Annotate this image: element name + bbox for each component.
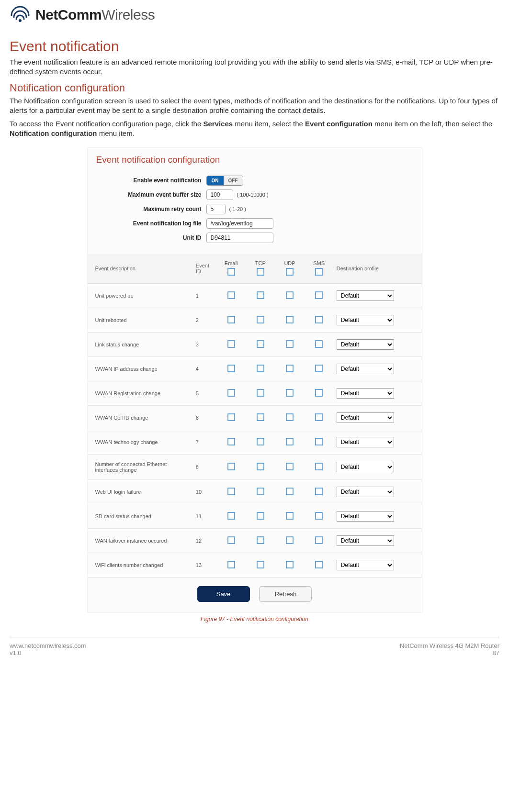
checkbox-sms[interactable] — [315, 365, 323, 372]
destination-select[interactable]: Default — [337, 535, 394, 546]
checkbox-udp[interactable] — [286, 316, 294, 323]
checkbox-udp[interactable] — [286, 561, 294, 568]
checkbox-tcp[interactable] — [257, 291, 264, 299]
destination-select[interactable]: Default — [337, 290, 394, 301]
event-desc: Web UI login failure — [88, 479, 193, 504]
bufsize-hint: ( 100-10000 ) — [237, 192, 269, 198]
checkbox-email[interactable] — [227, 413, 235, 421]
checkbox-tcp[interactable] — [257, 365, 264, 372]
footer-right: NetComm Wireless 4G M2M Router 87 — [400, 642, 499, 656]
save-button[interactable]: Save — [197, 586, 250, 602]
checkbox-udp[interactable] — [286, 463, 294, 470]
access-text: menu item on the left, then select the — [373, 120, 492, 128]
footer-page: 87 — [400, 649, 499, 656]
checkbox-udp[interactable] — [286, 291, 294, 299]
event-id: 1 — [193, 283, 216, 308]
checkbox-email[interactable] — [227, 463, 235, 470]
checkbox-sms[interactable] — [315, 413, 323, 421]
checkbox-udp[interactable] — [286, 340, 294, 348]
bufsize-label: Maximum event buffer size — [96, 191, 206, 198]
checkbox-email[interactable] — [227, 512, 235, 520]
checkbox-sms[interactable] — [315, 438, 323, 445]
retry-input[interactable] — [206, 204, 226, 214]
checkbox-sms[interactable] — [315, 316, 323, 323]
checkbox-udp[interactable] — [286, 365, 294, 372]
checkbox-tcp[interactable] — [257, 413, 264, 421]
unitid-input[interactable] — [206, 233, 273, 243]
checkbox-tcp[interactable] — [257, 512, 264, 520]
destination-select[interactable]: Default — [337, 462, 394, 472]
checkbox-all-udp[interactable] — [286, 268, 294, 276]
toggle-off: OFF — [224, 176, 243, 185]
checkbox-tcp[interactable] — [257, 316, 264, 323]
checkbox-tcp[interactable] — [257, 389, 264, 397]
checkbox-email[interactable] — [227, 438, 235, 445]
destination-select[interactable]: Default — [337, 511, 394, 522]
table-row: Link status change3Default — [88, 332, 422, 356]
checkbox-sms[interactable] — [315, 291, 323, 299]
destination-select[interactable]: Default — [337, 364, 394, 374]
checkbox-udp[interactable] — [286, 438, 294, 445]
form-block: Enable event notification ON OFF Maximum… — [88, 170, 422, 254]
logfile-input[interactable] — [206, 218, 273, 229]
destination-select[interactable]: Default — [337, 412, 394, 423]
checkbox-sms[interactable] — [315, 488, 323, 495]
destination-select[interactable]: Default — [337, 339, 394, 350]
checkbox-udp[interactable] — [286, 536, 294, 544]
row-enable: Enable event notification ON OFF — [96, 176, 413, 186]
checkbox-sms[interactable] — [315, 389, 323, 397]
checkbox-email[interactable] — [227, 536, 235, 544]
unitid-label: Unit ID — [96, 234, 206, 241]
event-desc: WWAN Cell ID change — [88, 405, 193, 430]
events-table: Event description Event ID Email TCP UDP… — [88, 254, 422, 578]
event-desc: Unit rebooted — [88, 308, 193, 332]
checkbox-sms[interactable] — [315, 536, 323, 544]
access-bold-notifconfig: Notification configuration — [10, 129, 97, 137]
checkbox-email[interactable] — [227, 340, 235, 348]
brand-header: NetCommWireless — [10, 6, 499, 24]
checkbox-udp[interactable] — [286, 512, 294, 520]
event-id: 3 — [193, 332, 216, 356]
checkbox-email[interactable] — [227, 365, 235, 372]
checkbox-email[interactable] — [227, 316, 235, 323]
checkbox-tcp[interactable] — [257, 438, 264, 445]
col-dest: Destination profile — [334, 254, 422, 284]
checkbox-sms[interactable] — [315, 340, 323, 348]
checkbox-tcp[interactable] — [257, 340, 264, 348]
destination-select[interactable]: Default — [337, 388, 394, 399]
button-row: Save Refresh — [88, 578, 422, 612]
refresh-button[interactable]: Refresh — [259, 586, 312, 602]
checkbox-sms[interactable] — [315, 512, 323, 520]
checkbox-tcp[interactable] — [257, 561, 264, 568]
destination-select[interactable]: Default — [337, 487, 394, 497]
checkbox-email[interactable] — [227, 561, 235, 568]
checkbox-all-email[interactable] — [227, 268, 235, 276]
checkbox-tcp[interactable] — [257, 536, 264, 544]
checkbox-email[interactable] — [227, 488, 235, 495]
checkbox-email[interactable] — [227, 291, 235, 299]
checkbox-udp[interactable] — [286, 389, 294, 397]
destination-select[interactable]: Default — [337, 315, 394, 325]
checkbox-all-sms[interactable] — [315, 268, 323, 276]
page-footer: www.netcommwireless.com v1.0 NetComm Wir… — [10, 637, 499, 656]
checkbox-sms[interactable] — [315, 463, 323, 470]
destination-select[interactable]: Default — [337, 437, 394, 447]
checkbox-tcp[interactable] — [257, 463, 264, 470]
checkbox-sms[interactable] — [315, 561, 323, 568]
bufsize-input[interactable] — [206, 189, 233, 200]
checkbox-all-tcp[interactable] — [257, 268, 264, 276]
enable-toggle[interactable]: ON OFF — [206, 176, 243, 186]
figure-caption: Figure 97 - Event notification configura… — [10, 616, 499, 623]
destination-select[interactable]: Default — [337, 560, 394, 570]
event-id: 7 — [193, 430, 216, 454]
checkbox-tcp[interactable] — [257, 488, 264, 495]
checkbox-udp[interactable] — [286, 488, 294, 495]
event-desc: WAN failover instance occured — [88, 528, 193, 553]
events-header-row: Event description Event ID Email TCP UDP… — [88, 254, 422, 284]
event-desc: Link status change — [88, 332, 193, 356]
event-id: 8 — [193, 454, 216, 479]
event-desc: SD card status changed — [88, 504, 193, 528]
checkbox-email[interactable] — [227, 389, 235, 397]
checkbox-udp[interactable] — [286, 413, 294, 421]
access-text: To access the Event notification configu… — [10, 120, 203, 128]
